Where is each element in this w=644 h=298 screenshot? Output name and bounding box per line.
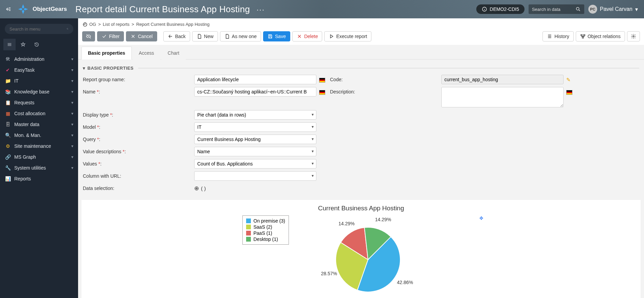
sidebar-item-easytask[interactable]: ✔ EasyTask ▾ bbox=[0, 65, 78, 75]
back-icon bbox=[168, 34, 173, 39]
topbar: ObjectGears Report detail Current Busine… bbox=[0, 0, 644, 18]
back-button[interactable]: Back bbox=[163, 31, 190, 41]
sidebar-item-it[interactable]: 📁 IT ▾ bbox=[0, 75, 78, 86]
settings-button[interactable] bbox=[627, 31, 640, 41]
chevron-down-icon: ▾ bbox=[71, 57, 73, 62]
sidebar-item-knowledge-base[interactable]: 📚 Knowledge base ▾ bbox=[0, 86, 78, 97]
section-title: BASIC PROPERTIES bbox=[88, 66, 134, 71]
legend-swatch bbox=[246, 225, 251, 229]
select-value-descriptions[interactable]: Name bbox=[194, 147, 316, 156]
environment-badge[interactable]: DEMO2-CDI5 bbox=[476, 4, 525, 14]
svg-rect-5 bbox=[582, 37, 584, 38]
menu-item-label: Administration bbox=[14, 56, 68, 62]
select-model[interactable]: IT bbox=[194, 122, 316, 132]
pie-label: 14.29% bbox=[375, 217, 391, 222]
chevron-down-icon: ▾ bbox=[71, 68, 73, 72]
toolbar: Filter Cancel Back New As new one Save bbox=[78, 30, 644, 45]
label-display-type: Display type *: bbox=[83, 110, 191, 118]
home-icon: ◴ bbox=[83, 21, 87, 27]
sidebar-search[interactable] bbox=[5, 24, 73, 34]
sidebar-item-reports[interactable]: 📊 Reports bbox=[0, 173, 78, 184]
hide-columns-button[interactable] bbox=[82, 31, 95, 41]
move-handle-icon[interactable]: ✥ bbox=[479, 215, 483, 221]
select-values[interactable]: Count of Bus. Applications bbox=[194, 159, 316, 169]
object-relations-button[interactable]: Object relations bbox=[576, 31, 625, 41]
sidebar-tab-favorites[interactable] bbox=[17, 39, 29, 50]
label-column-url: Column with URL: bbox=[83, 171, 191, 179]
history-button[interactable]: History bbox=[542, 31, 574, 41]
sidebar-item-administration[interactable]: 🛠 Administration ▾ bbox=[0, 54, 78, 65]
add-filter-icon[interactable]: ⊕ bbox=[194, 185, 199, 192]
chart-area: Current Business App Hosting ✥ On premis… bbox=[81, 199, 641, 298]
sidebar-tab-history[interactable] bbox=[31, 39, 43, 50]
menu-item-icon: 🔗 bbox=[5, 154, 11, 160]
sidebar-item-master-data[interactable]: 🗄 Master data ▾ bbox=[0, 119, 78, 130]
chevron-down-icon: ▾ bbox=[635, 6, 638, 13]
sidebar-tab-menu[interactable] bbox=[3, 39, 16, 50]
sidebar-item-requests[interactable]: 📋 Requests ▾ bbox=[0, 97, 78, 108]
menu-item-icon: 🛠 bbox=[5, 56, 11, 62]
pie-label: 28.57% bbox=[321, 271, 337, 276]
menu-item-label: Mon. & Man. bbox=[14, 133, 68, 138]
cancel-button[interactable]: Cancel bbox=[126, 31, 157, 41]
select-query[interactable]: Current Business App Hosting bbox=[194, 135, 316, 144]
sidebar-item-system-utilities[interactable]: 🔧 System utilities ▾ bbox=[0, 162, 78, 173]
title-more-icon[interactable]: ··· bbox=[257, 5, 265, 14]
legend-row[interactable]: PaaS (1) bbox=[246, 230, 285, 236]
menu-item-icon: 📚 bbox=[5, 89, 11, 94]
legend-row[interactable]: SaaS (2) bbox=[246, 224, 285, 230]
relations-icon bbox=[580, 34, 586, 39]
search-data-box[interactable] bbox=[529, 4, 584, 14]
as-new-button[interactable]: As new one bbox=[220, 31, 261, 41]
chevron-down-icon: ▾ bbox=[71, 100, 73, 105]
legend-label: Desktop (1) bbox=[254, 236, 278, 242]
menu-item-icon: 📋 bbox=[5, 100, 11, 105]
tab-chart[interactable]: Chart bbox=[161, 47, 186, 59]
sidebar-collapse-button[interactable] bbox=[3, 4, 14, 14]
legend-row[interactable]: On premise (3) bbox=[246, 218, 285, 224]
pie-chart: 42.86%28.57%14.29%14.29% bbox=[331, 222, 466, 298]
breadcrumb-link[interactable]: List of reports bbox=[103, 22, 130, 27]
textarea-description[interactable] bbox=[441, 87, 564, 107]
delete-button[interactable]: Delete bbox=[292, 31, 322, 41]
legend-label: SaaS (2) bbox=[254, 224, 272, 230]
info-icon bbox=[482, 6, 487, 12]
page-title-text: Report detail Current Business App Hosti… bbox=[75, 4, 250, 14]
menu-item-label: Knowledge base bbox=[14, 89, 68, 94]
chevron-down-icon: ▾ bbox=[71, 155, 73, 159]
input-code[interactable] bbox=[441, 75, 564, 84]
brand-name: ObjectGears bbox=[33, 6, 67, 13]
legend-swatch bbox=[246, 237, 251, 242]
sidebar-item-site-maintenance[interactable]: ⚙ Site maintenance ▾ bbox=[0, 141, 78, 152]
tab-access[interactable]: Access bbox=[132, 47, 161, 59]
filter-button[interactable]: Filter bbox=[97, 31, 124, 41]
sidebar-item-mon-man-[interactable]: 🔍 Mon. & Man. ▾ bbox=[0, 130, 78, 141]
lang-icon[interactable] bbox=[319, 75, 327, 83]
execute-button[interactable]: Execute report bbox=[324, 31, 371, 41]
menu-item-label: IT bbox=[14, 78, 68, 84]
sidebar-item-ms-graph[interactable]: 🔗 MS Graph ▾ bbox=[0, 152, 78, 162]
user-menu[interactable]: PC Pavel Carvan ▾ bbox=[588, 5, 641, 14]
legend-row[interactable]: Desktop (1) bbox=[246, 236, 285, 242]
sidebar-search-input[interactable] bbox=[10, 27, 67, 32]
label-name: Name *: bbox=[83, 87, 191, 94]
section-collapse-icon[interactable]: ▾ bbox=[83, 66, 86, 71]
breadcrumb-home[interactable]: OG bbox=[89, 22, 96, 27]
sidebar-item-cost-allocation[interactable]: ▦ Cost allocation ▾ bbox=[0, 108, 78, 119]
input-report-group-name[interactable] bbox=[194, 75, 316, 84]
edit-code-icon[interactable]: ✎ bbox=[566, 75, 574, 83]
menu-item-label: Cost allocation bbox=[14, 111, 68, 116]
menu-item-label: System utilities bbox=[14, 165, 68, 171]
select-display-type[interactable]: Pie chart (data in rows) bbox=[194, 110, 316, 120]
input-name[interactable] bbox=[194, 87, 316, 97]
new-button[interactable]: New bbox=[192, 31, 218, 41]
select-column-url[interactable] bbox=[194, 171, 316, 181]
lang-icon[interactable] bbox=[566, 87, 574, 95]
search-data-input[interactable] bbox=[532, 7, 573, 12]
legend-swatch bbox=[246, 231, 251, 235]
menu-item-label: Site maintenance bbox=[14, 143, 68, 149]
lang-icon[interactable] bbox=[319, 87, 327, 95]
eye-off-icon bbox=[86, 34, 91, 39]
tab-basic-properties[interactable]: Basic properties bbox=[81, 47, 132, 59]
save-button[interactable]: Save bbox=[263, 31, 290, 41]
